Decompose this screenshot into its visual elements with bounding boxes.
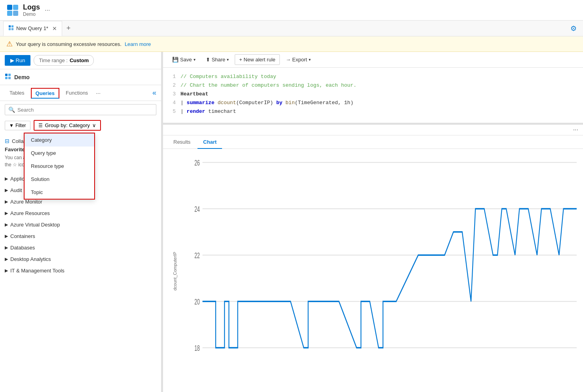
dropdown-item-query-type[interactable]: Query type	[25, 147, 94, 160]
svg-text:22: 22	[194, 251, 200, 260]
filter-row: ▼ Filter ☰ Group by: Category ∨ Category…	[0, 118, 161, 132]
save-icon: 💾	[172, 57, 179, 63]
chart-inner: dcount_ComputerIP 26	[169, 155, 577, 387]
category-item-databases[interactable]: ▶ Databases	[0, 242, 161, 253]
search-box: 🔍	[5, 104, 156, 115]
active-tab[interactable]: New Query 1* ✕	[3, 21, 62, 36]
code-line-3: 3 Heartbeat	[169, 90, 577, 99]
svg-rect-3	[13, 11, 18, 16]
warning-text: Your query is consuming excessive resour…	[16, 41, 122, 47]
category-item-azure-vd[interactable]: ▶ Azure Virtual Desktop	[0, 219, 161, 230]
category-arrow: ▶	[5, 268, 8, 273]
dropdown-item-category[interactable]: Category	[25, 133, 94, 147]
category-label: Databases	[10, 245, 35, 251]
tab-add-button[interactable]: +	[63, 23, 74, 34]
category-item-it-mgmt[interactable]: ▶ IT & Management Tools	[0, 265, 161, 276]
export-chevron: ▾	[309, 57, 311, 62]
category-label: Azure Virtual Desktop	[10, 222, 60, 228]
category-item-azure-resources[interactable]: ▶ Azure Resources	[0, 207, 161, 219]
group-by-chevron: ∨	[92, 122, 96, 128]
tab-settings-icon[interactable]: ⚙	[567, 23, 580, 34]
svg-text:18: 18	[194, 343, 200, 352]
app-more-icon[interactable]: ···	[45, 7, 50, 14]
code-editor[interactable]: 1 // Computers availability today 2 // C…	[163, 68, 583, 123]
category-label: Azure Monitor	[10, 199, 42, 205]
group-by-label: Group by: Category	[45, 122, 90, 128]
svg-rect-9	[8, 74, 11, 76]
svg-text:24: 24	[194, 204, 200, 213]
dropdown-item-resource-type[interactable]: Resource type	[25, 160, 94, 173]
svg-rect-2	[7, 11, 12, 16]
svg-rect-10	[5, 77, 8, 79]
run-button[interactable]: ▶ Run	[5, 55, 30, 66]
toolbar-row: ▶ Run Time range : Custom	[0, 52, 161, 69]
main-container: ▶ Run Time range : Custom Demo Tables Qu…	[0, 52, 583, 392]
scope-label: Demo	[14, 74, 30, 80]
svg-text:26: 26	[194, 158, 200, 167]
chart-toolbar: ···	[163, 125, 583, 135]
category-label: IT & Management Tools	[10, 268, 65, 274]
collapse-icon: ⊟	[5, 138, 9, 144]
category-arrow: ▶	[5, 245, 8, 250]
filter-button[interactable]: ▼ Filter	[5, 121, 30, 130]
app-logo	[6, 4, 19, 17]
category-label: Azure Resources	[10, 210, 50, 216]
sidebar-nav: Tables Queries Functions ··· «	[0, 85, 161, 101]
tab-chart[interactable]: Chart	[197, 136, 222, 149]
category-arrow: ▶	[5, 199, 8, 204]
chart-container: dcount_ComputerIP 26	[163, 149, 583, 392]
svg-rect-8	[5, 74, 8, 76]
category-arrow: ▶	[5, 257, 8, 262]
category-arrow: ▶	[5, 222, 8, 227]
share-icon: ⬆	[206, 57, 210, 63]
svg-rect-1	[13, 5, 18, 10]
tab-functions[interactable]: Functions	[61, 87, 93, 100]
warning-learn-more-link[interactable]: Learn more	[125, 41, 151, 47]
category-arrow: ▶	[5, 188, 8, 193]
group-by-button[interactable]: ☰ Group by: Category ∨	[34, 120, 101, 131]
tab-icon	[8, 25, 14, 32]
tab-queries[interactable]: Queries	[31, 88, 59, 99]
app-title-group: Logs Demo	[23, 3, 40, 17]
group-by-icon: ☰	[38, 123, 43, 128]
category-item-desktop-analytics[interactable]: ▶ Desktop Analytics	[0, 253, 161, 265]
save-button[interactable]: 💾 Save ▾	[168, 54, 200, 65]
filter-label: Filter	[15, 123, 26, 128]
export-button[interactable]: → Export ▾	[281, 54, 315, 65]
category-label: Containers	[10, 233, 35, 239]
dropdown-item-solution[interactable]: Solution	[25, 173, 94, 186]
nav-collapse-icon[interactable]: «	[152, 89, 156, 97]
category-label: Audit	[10, 187, 22, 193]
tab-label: New Query 1*	[16, 25, 48, 31]
nav-more-icon[interactable]: ···	[96, 90, 101, 96]
scope-row: Demo	[0, 69, 161, 85]
save-chevron: ▾	[194, 57, 196, 62]
tab-tables[interactable]: Tables	[5, 87, 29, 100]
code-line-5: 5 | render timechart	[169, 107, 577, 116]
filter-icon: ▼	[9, 123, 14, 128]
tab-results[interactable]: Results	[168, 136, 196, 149]
new-alert-button[interactable]: + New alert rule	[235, 54, 279, 65]
chart-area: ··· Results Chart dcount_ComputerIP	[163, 125, 583, 392]
group-by-dropdown: Category Query type Resource type Soluti…	[24, 133, 95, 200]
category-item-containers[interactable]: ▶ Containers	[0, 230, 161, 242]
time-range-button[interactable]: Time range : Custom	[34, 55, 94, 66]
right-toolbar: 💾 Save ▾ ⬆ Share ▾ + New alert rule → Ex…	[163, 52, 583, 68]
tab-close-icon[interactable]: ✕	[52, 25, 57, 32]
y-axis-label: dcount_ComputerIP	[173, 252, 177, 291]
right-panel: 💾 Save ▾ ⬆ Share ▾ + New alert rule → Ex…	[163, 52, 583, 392]
search-icon: 🔍	[8, 107, 15, 113]
sidebar: ▶ Run Time range : Custom Demo Tables Qu…	[0, 52, 161, 392]
share-chevron: ▾	[227, 57, 229, 62]
dropdown-item-topic[interactable]: Topic	[25, 186, 94, 199]
code-line-1: 1 // Computers availability today	[169, 72, 577, 81]
svg-rect-6	[9, 28, 11, 30]
svg-text:20: 20	[194, 297, 200, 306]
share-button[interactable]: ⬆ Share ▾	[201, 54, 234, 65]
svg-rect-11	[8, 77, 11, 79]
chart-more-icon[interactable]: ···	[573, 126, 578, 133]
y-axis-label-container: dcount_ComputerIP	[169, 155, 180, 387]
search-input[interactable]	[17, 107, 153, 113]
svg-rect-0	[7, 5, 12, 10]
code-line-4: 4 | summarize dcount(ComputerIP) by bin(…	[169, 99, 577, 107]
